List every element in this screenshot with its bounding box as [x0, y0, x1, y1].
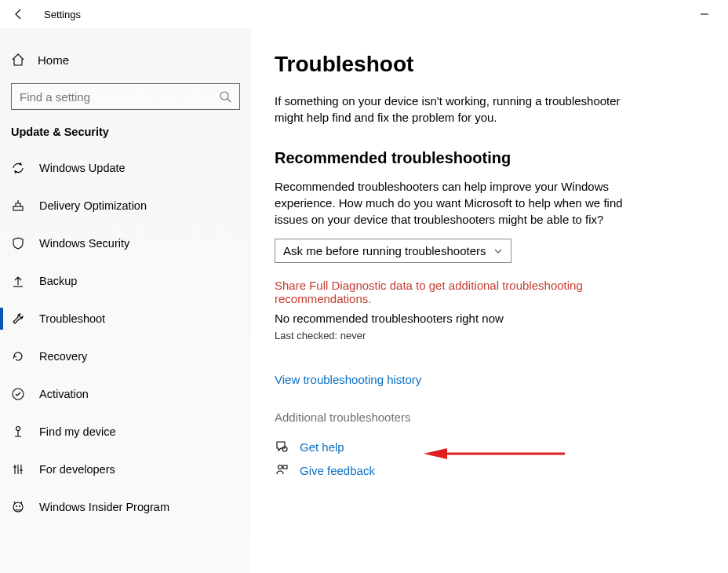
troubleshoot-preference-select[interactable]: Ask me before running troubleshooters	[275, 239, 511, 263]
sidebar-item-windows-security[interactable]: Windows Security	[0, 224, 251, 262]
backup-icon	[11, 274, 25, 288]
sidebar-item-label: Windows Insider Program	[39, 501, 169, 513]
search-box[interactable]	[11, 83, 240, 110]
sidebar-item-label: Find my device	[39, 425, 116, 438]
get-help-link[interactable]: Get help	[300, 440, 344, 454]
wrench-icon	[11, 312, 25, 326]
shield-icon	[11, 236, 25, 250]
sidebar-item-label: Recovery	[39, 350, 87, 363]
sidebar-item-troubleshoot[interactable]: Troubleshoot	[0, 300, 251, 338]
recommended-title: Recommended troubleshooting	[275, 149, 704, 167]
window-title: Settings	[44, 9, 81, 20]
sidebar-item-windows-update[interactable]: Windows Update	[0, 149, 251, 187]
sidebar-item-label: Delivery Optimization	[39, 199, 147, 212]
sidebar-item-delivery-optimization[interactable]: Delivery Optimization	[0, 187, 251, 224]
minimize-button[interactable]	[689, 3, 720, 25]
delivery-icon	[11, 199, 25, 213]
give-feedback-row[interactable]: Give feedback	[275, 463, 704, 477]
svg-point-5	[13, 389, 24, 400]
home-icon	[11, 53, 25, 67]
feedback-icon	[275, 463, 289, 477]
sidebar-item-for-developers[interactable]: For developers	[0, 451, 251, 488]
annotation-arrow	[424, 446, 565, 462]
insider-icon	[11, 500, 25, 514]
back-button[interactable]	[8, 3, 30, 25]
home-nav[interactable]: Home	[0, 44, 251, 75]
search-icon	[219, 90, 231, 103]
intro-text: If something on your device isn't workin…	[275, 93, 643, 126]
page-title: Troubleshoot	[275, 52, 704, 77]
svg-point-1	[220, 92, 228, 100]
svg-point-8	[16, 505, 17, 507]
svg-marker-11	[424, 448, 447, 459]
location-icon	[11, 425, 25, 439]
sidebar-item-windows-insider[interactable]: Windows Insider Program	[0, 488, 251, 526]
sidebar-section-label: Update & Security	[0, 124, 251, 149]
recovery-icon	[11, 349, 25, 363]
search-input[interactable]	[20, 90, 219, 104]
additional-troubleshooters-label: Additional troubleshooters	[275, 411, 410, 424]
svg-point-9	[19, 505, 20, 507]
sidebar-item-find-my-device[interactable]: Find my device	[0, 413, 251, 451]
recommended-body: Recommended troubleshooters can help imp…	[275, 178, 643, 228]
sidebar-item-recovery[interactable]: Recovery	[0, 338, 251, 375]
help-icon	[275, 440, 289, 454]
sidebar-item-label: Windows Security	[39, 237, 129, 250]
check-circle-icon	[11, 387, 25, 401]
svg-point-6	[16, 427, 20, 431]
sidebar-item-label: For developers	[39, 463, 115, 476]
sidebar-item-label: Windows Update	[39, 162, 126, 174]
sync-icon	[11, 161, 25, 175]
give-feedback-link[interactable]: Give feedback	[300, 464, 375, 477]
svg-point-13	[278, 465, 282, 469]
sidebar-item-label: Backup	[39, 275, 77, 287]
developer-icon	[11, 462, 25, 476]
sidebar-item-activation[interactable]: Activation	[0, 375, 251, 413]
sidebar-item-backup[interactable]: Backup	[0, 262, 251, 300]
sidebar-item-label: Activation	[39, 388, 89, 400]
select-value: Ask me before running troubleshooters	[283, 244, 486, 257]
additional-troubleshooters-link[interactable]: Additional troubleshooters	[275, 411, 704, 424]
svg-line-2	[228, 99, 231, 102]
svg-rect-3	[13, 206, 23, 210]
svg-rect-14	[283, 465, 287, 469]
sidebar: Home Update & Security Windows Update De…	[0, 28, 251, 573]
home-label: Home	[38, 53, 69, 67]
main-content: Troubleshoot If something on your device…	[251, 28, 728, 573]
no-recommended-text: No recommended troubleshooters right now	[275, 312, 704, 325]
chevron-down-icon	[493, 246, 503, 256]
last-checked-text: Last checked: never	[275, 330, 704, 341]
diagnostic-warning[interactable]: Share Full Diagnostic data to get additi…	[275, 279, 643, 305]
view-history-link[interactable]: View troubleshooting history	[275, 373, 421, 386]
titlebar: Settings	[0, 0, 728, 28]
sidebar-item-label: Troubleshoot	[39, 312, 105, 325]
